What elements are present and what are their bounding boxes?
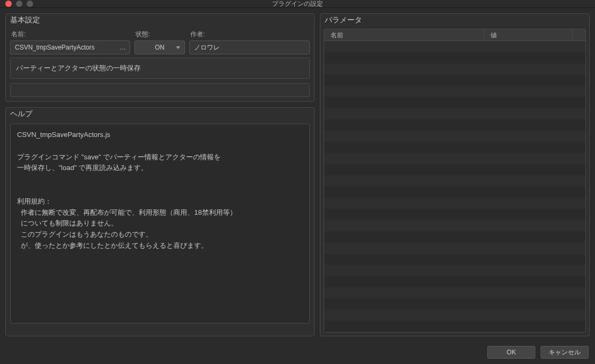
author-value: ノロワレ: [194, 43, 220, 52]
author-field: 作者: ノロワレ: [189, 30, 310, 54]
help-body: CSVN_tmpSavePartyActors.js プラグインコマンド "sa…: [6, 120, 314, 336]
parameters-panel: パラメータ 名前 値: [320, 13, 590, 336]
ellipsis-icon[interactable]: …: [119, 44, 126, 51]
column-header-value[interactable]: 値: [484, 29, 573, 41]
table-header: 名前 値: [324, 29, 585, 41]
table-row[interactable]: [324, 265, 585, 276]
maximize-icon[interactable]: [27, 1, 33, 7]
table-row[interactable]: [324, 187, 585, 198]
table-row[interactable]: [324, 63, 585, 75]
table-row[interactable]: [324, 242, 585, 254]
help-panel: ヘルプ CSVN_tmpSavePartyActors.js プラグインコマンド…: [5, 107, 315, 336]
author-label: 作者:: [189, 30, 310, 39]
table-row[interactable]: [324, 298, 585, 310]
table-row[interactable]: [324, 75, 585, 86]
table-row[interactable]: [324, 209, 585, 220]
window-controls: [5, 1, 33, 7]
titlebar: プラグインの設定: [0, 0, 595, 8]
table-row[interactable]: [324, 287, 585, 298]
description-box: パーティーとアクターの状態の一時保存: [10, 58, 310, 79]
left-column: 基本設定 名前: CSVN_tmpSavePartyActors … 状態:: [5, 13, 315, 336]
extra-box[interactable]: [10, 83, 310, 97]
table-row[interactable]: [324, 97, 585, 108]
column-header-spacer: [573, 29, 585, 41]
basic-settings-title: 基本設定: [6, 14, 314, 27]
column-header-name[interactable]: 名前: [324, 29, 484, 41]
parameters-table: 名前 値: [324, 29, 586, 333]
table-row[interactable]: [324, 153, 585, 164]
status-value: ON: [155, 44, 165, 51]
table-row[interactable]: [324, 108, 585, 119]
author-input[interactable]: ノロワレ: [189, 41, 310, 54]
ok-button[interactable]: OK: [487, 346, 535, 359]
table-row[interactable]: [324, 231, 585, 242]
table-row[interactable]: [324, 164, 585, 175]
close-icon[interactable]: [5, 1, 12, 7]
minimize-icon[interactable]: [16, 1, 22, 7]
status-select[interactable]: ON: [134, 41, 185, 54]
basic-settings-panel: 基本設定 名前: CSVN_tmpSavePartyActors … 状態:: [5, 13, 315, 102]
name-label: 名前:: [10, 30, 130, 39]
parameters-body: 名前 値: [320, 27, 589, 336]
chevron-down-icon: [176, 46, 180, 49]
name-input[interactable]: CSVN_tmpSavePartyActors …: [10, 41, 130, 54]
table-row[interactable]: [324, 220, 585, 231]
basic-settings-body: 名前: CSVN_tmpSavePartyActors … 状態: ON: [6, 27, 314, 101]
table-row[interactable]: [324, 198, 585, 209]
help-title: ヘルプ: [6, 108, 314, 120]
table-row[interactable]: [324, 321, 585, 332]
name-field: 名前: CSVN_tmpSavePartyActors …: [10, 30, 130, 54]
table-row[interactable]: [324, 142, 585, 153]
footer: OK キャンセル: [0, 342, 595, 364]
status-field: 状態: ON: [134, 30, 185, 54]
plugin-settings-window: プラグインの設定 基本設定 名前: CSVN_tmpSavePartyActor…: [0, 0, 595, 364]
table-row[interactable]: [324, 52, 585, 63]
table-row[interactable]: [324, 276, 585, 287]
table-row[interactable]: [324, 310, 585, 321]
parameters-title: パラメータ: [320, 14, 589, 27]
field-row: 名前: CSVN_tmpSavePartyActors … 状態: ON: [10, 30, 310, 54]
table-row[interactable]: [324, 175, 585, 187]
content-area: 基本設定 名前: CSVN_tmpSavePartyActors … 状態:: [0, 8, 595, 342]
table-row[interactable]: [324, 131, 585, 142]
table-row[interactable]: [324, 119, 585, 131]
status-label: 状態:: [134, 30, 185, 39]
name-value: CSVN_tmpSavePartyActors: [15, 44, 94, 51]
window-title: プラグインの設定: [272, 0, 323, 9]
right-column: パラメータ 名前 値: [320, 13, 590, 336]
table-row[interactable]: [324, 86, 585, 97]
table-row[interactable]: [324, 254, 585, 265]
table-body[interactable]: [324, 41, 585, 332]
cancel-button[interactable]: キャンセル: [541, 346, 589, 359]
table-row[interactable]: [324, 41, 585, 52]
help-text: CSVN_tmpSavePartyActors.js プラグインコマンド "sa…: [10, 124, 310, 323]
